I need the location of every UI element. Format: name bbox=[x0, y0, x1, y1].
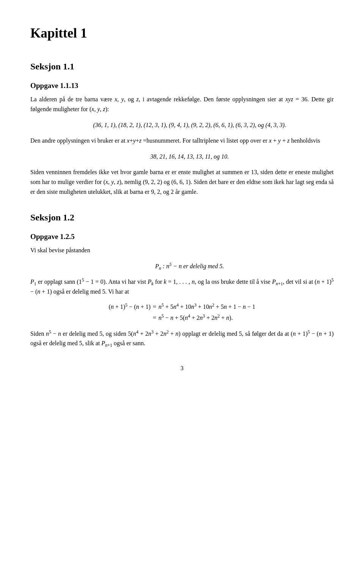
page-content: Kapittel 1 Seksjon 1.1 Oppgave 1.1.13 La… bbox=[30, 23, 334, 373]
section-1-2-para2: P1 er opplagt sann (15 − 1 = 0). Anta vi… bbox=[30, 277, 334, 296]
eq2-rhs: n5 − n + 5(n4 + 2n3 + 2n2 + n). bbox=[158, 312, 255, 324]
eq-row-2: = n5 − n + 5(n4 + 2n3 + 2n2 + n). bbox=[109, 312, 256, 324]
eq1-equals: = bbox=[151, 301, 158, 313]
tuples-display: (36, 1, 1), (18, 2, 1), (12, 3, 1), (9, … bbox=[61, 120, 318, 130]
sums-display: 38, 21, 16, 14, 13, 13, 11, og 10. bbox=[61, 152, 318, 162]
section-1-2-title: Seksjon 1.2 bbox=[30, 210, 334, 225]
subsection-1-1-13-title: Oppgave 1.1.13 bbox=[30, 80, 334, 92]
section-1-1-para3: Siden venninnen fremdeles ikke vet hvor … bbox=[30, 167, 334, 197]
section-1-1-para2: Den andre opplysningen vi bruker er at x… bbox=[30, 136, 334, 146]
section-1-1-title: Seksjon 1.1 bbox=[30, 59, 334, 74]
section-1-2-para1: Vi skal bevise påstanden bbox=[30, 245, 334, 255]
equation-block: (n + 1)5 − (n + 1) = n5 + 5n4 + 10n3 + 1… bbox=[109, 301, 256, 324]
pn-formula-display: Pn : n5 − n er delelig med 5. bbox=[61, 261, 318, 271]
eq-row-1: (n + 1)5 − (n + 1) = n5 + 5n4 + 10n3 + 1… bbox=[109, 301, 256, 313]
section-1-1-para1: La alderen på de tre barna være x, y, og… bbox=[30, 94, 334, 114]
subsection-1-2-5-title: Oppgave 1.2.5 bbox=[30, 231, 334, 243]
eq1-rhs: n5 + 5n4 + 10n3 + 10n2 + 5n + 1 − n − 1 bbox=[158, 301, 255, 313]
chapter-title: Kapittel 1 bbox=[30, 23, 334, 44]
section-1-2-para3: Siden n5 − n er delelig med 5, og siden … bbox=[30, 329, 334, 348]
eq2-equals: = bbox=[151, 312, 158, 324]
eq1-lhs: (n + 1)5 − (n + 1) bbox=[109, 301, 151, 313]
page-number: 3 bbox=[30, 363, 334, 373]
eq2-lhs bbox=[109, 312, 151, 324]
